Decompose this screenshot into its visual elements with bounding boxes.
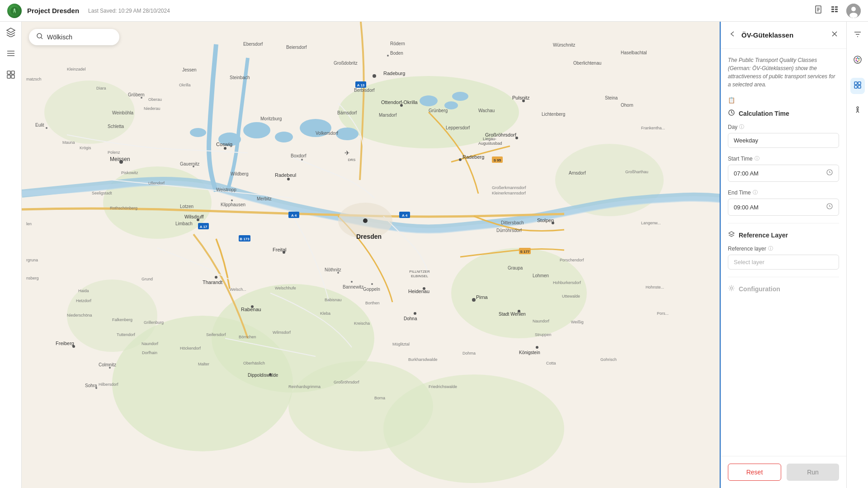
svg-text:Dittersbach: Dittersbach [501, 220, 524, 225]
svg-text:Haselbachtal: Haselbachtal [621, 50, 647, 55]
svg-rect-6 [835, 6, 838, 8]
panel-header: ÖV-Güteklassen [721, 22, 846, 49]
description-info-icon: 📋 [728, 97, 735, 104]
svg-text:Stolpen: Stolpen [537, 218, 554, 223]
svg-text:Leppersdorf: Leppersdorf [446, 125, 470, 130]
svg-text:Großröhrsdorf: Großröhrsdorf [334, 380, 359, 384]
person-walking-icon[interactable] [850, 103, 865, 119]
svg-text:✈: ✈ [344, 149, 350, 156]
svg-text:Freiberg: Freiberg [56, 341, 74, 346]
end-time-value: 09:00 AM [734, 204, 826, 211]
run-button[interactable]: Run [787, 464, 839, 481]
end-time-field-input[interactable]: 09:00 AM [728, 199, 839, 216]
palette-icon[interactable] [850, 52, 865, 69]
user-avatar[interactable] [846, 4, 861, 18]
end-time-help-icon[interactable]: ⓘ [753, 189, 758, 196]
svg-rect-10 [835, 11, 838, 12]
grid-icon[interactable] [830, 5, 839, 16]
svg-text:Niederschöna: Niederschöna [67, 313, 92, 317]
svg-text:Radeberg: Radeberg [462, 154, 484, 160]
svg-text:Krögis: Krögis [80, 146, 91, 150]
svg-text:Oberau: Oberau [148, 97, 162, 102]
start-time-help-icon[interactable]: ⓘ [755, 155, 760, 162]
start-time-field-group: Start Time ⓘ 07:00 AM [728, 155, 839, 182]
svg-text:Okrilla: Okrilla [179, 83, 191, 87]
svg-text:Wachau: Wachau [478, 108, 495, 113]
svg-text:Wildberg: Wildberg [231, 171, 248, 176]
app-logo [7, 4, 22, 18]
svg-text:Königstein: Königstein [519, 350, 540, 355]
clock-input-icon-2 [826, 203, 833, 212]
map-search[interactable]: Wölkisch [29, 29, 119, 45]
svg-text:Ebersdorf: Ebersdorf [243, 42, 263, 47]
svg-text:Borna: Borna [374, 396, 385, 400]
last-saved-text: Last Saved: 10:29 AM 28/10/2024 [88, 8, 170, 14]
svg-text:nsberg: nsberg [26, 276, 39, 280]
svg-text:S 177: S 177 [520, 250, 530, 254]
svg-text:Nöthnitz: Nöthnitz [325, 267, 341, 272]
svg-point-58 [373, 74, 376, 78]
svg-point-94 [536, 346, 538, 349]
svg-point-224 [731, 287, 733, 289]
list-icon[interactable] [6, 48, 16, 61]
svg-text:Arnsdorf: Arnsdorf [569, 171, 586, 175]
menu-icon[interactable] [6, 70, 16, 82]
svg-text:PILLNITZER: PILLNITZER [409, 270, 430, 274]
svg-text:Dohna: Dohna [404, 316, 417, 321]
reference-layer-field-input[interactable]: Select layer [728, 255, 839, 270]
layers-icon[interactable] [6, 27, 16, 39]
reference-layer-field-label: Reference layer ⓘ [728, 245, 839, 252]
start-time-value: 07:00 AM [734, 170, 826, 177]
svg-rect-18 [11, 71, 14, 74]
svg-text:Burkharsdwalde: Burkharsdwalde [408, 357, 438, 362]
svg-point-38 [420, 95, 438, 106]
day-help-icon[interactable]: ⓘ [739, 123, 744, 130]
svg-text:Müglitztal: Müglitztal [392, 342, 410, 346]
svg-rect-20 [11, 75, 14, 78]
svg-text:Radeburg: Radeburg [383, 71, 405, 76]
day-field-label: Day ⓘ [728, 123, 839, 130]
svg-point-84 [215, 276, 217, 279]
svg-rect-7 [831, 9, 834, 10]
svg-text:Naundorf: Naundorf [533, 319, 550, 323]
panel-title: ÖV-Güteklassen [741, 31, 826, 39]
svg-point-29 [383, 374, 564, 483]
panel-back-button[interactable] [728, 29, 738, 41]
topbar-actions [814, 4, 861, 18]
reference-layer-placeholder: Select layer [734, 259, 833, 265]
panel-footer: Reset Run [721, 456, 846, 488]
day-field-input[interactable]: Weekday [728, 133, 839, 148]
svg-point-219 [37, 33, 42, 38]
svg-text:Beiersdorf: Beiersdorf [286, 45, 307, 50]
tool-active-icon[interactable] [850, 78, 865, 94]
day-field-group: Day ⓘ Weekday [728, 123, 839, 148]
svg-point-106 [231, 199, 233, 201]
layers-stack-icon [728, 231, 735, 240]
svg-point-228 [858, 58, 859, 60]
svg-text:Wilmsdorf: Wilmsdorf [273, 330, 291, 335]
svg-point-34 [275, 132, 293, 142]
configuration-section-header[interactable]: Configuration [728, 284, 839, 294]
svg-text:Steina: Steina [605, 95, 618, 100]
svg-rect-233 [858, 82, 861, 85]
reset-button[interactable]: Reset [728, 464, 781, 481]
svg-text:Tuttendorf: Tuttendorf [117, 332, 135, 337]
svg-point-60 [363, 218, 368, 223]
svg-point-12 [851, 7, 856, 11]
document-icon[interactable] [814, 5, 823, 16]
svg-text:Bärnsdorf: Bärnsdorf [337, 110, 357, 115]
end-time-field-label: End Time ⓘ [728, 189, 839, 196]
panel-close-button[interactable] [830, 29, 839, 41]
svg-text:Weistropp: Weistropp [216, 187, 236, 192]
svg-text:Niederau: Niederau [144, 106, 160, 111]
svg-point-226 [855, 58, 857, 60]
svg-text:S 95: S 95 [494, 158, 501, 162]
svg-text:Dohma: Dohma [462, 351, 476, 355]
ref-layer-help-icon[interactable]: ⓘ [768, 245, 773, 252]
start-time-field-input[interactable]: 07:00 AM [728, 165, 839, 182]
calculation-time-title: Calculation Time [739, 110, 789, 117]
svg-text:Kleinzadel: Kleinzadel [67, 67, 86, 71]
topbar: Project Dresden Last Saved: 10:29 AM 28/… [0, 0, 868, 22]
svg-text:Cotta: Cotta [546, 361, 556, 365]
filter-icon[interactable] [850, 27, 865, 43]
